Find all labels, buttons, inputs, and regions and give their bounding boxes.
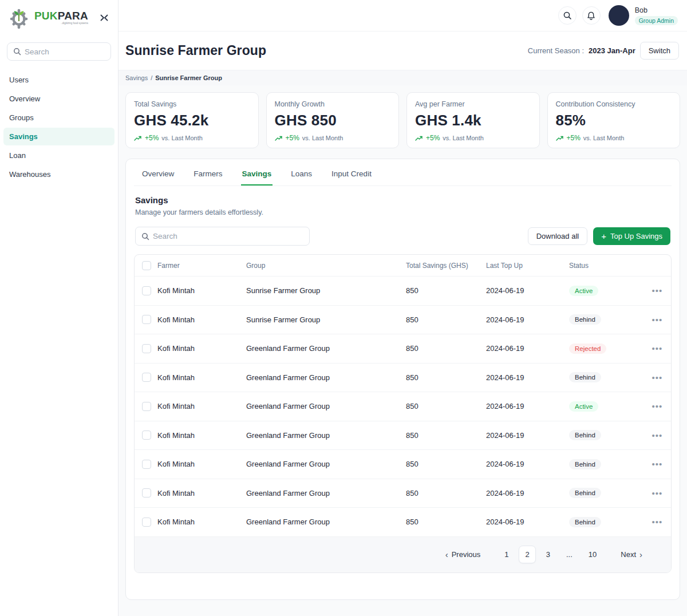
notifications-button[interactable]: [582, 6, 601, 25]
pagination-next-button[interactable]: Next ›: [616, 546, 647, 563]
table-row: Kofi Mintah Greenland Farmer Group 850 2…: [135, 421, 671, 450]
row-checkbox[interactable]: [142, 460, 151, 469]
table-toolbar: Download all + Top Up Savings: [135, 227, 670, 246]
row-checkbox[interactable]: [142, 315, 151, 324]
row-checkbox[interactable]: [142, 373, 151, 382]
status-badge: Behind: [569, 430, 601, 440]
row-checkbox[interactable]: [142, 431, 151, 440]
stat-delta: +5%: [286, 134, 299, 142]
tab[interactable]: Overview: [141, 161, 175, 185]
row-actions-button[interactable]: •••: [643, 315, 671, 325]
sidebar-nav-item[interactable]: Savings: [3, 128, 114, 145]
cell-total: 850: [406, 402, 486, 410]
pagination-page-button[interactable]: 2: [519, 546, 535, 563]
stat-label: Avg per Farmer: [415, 100, 531, 108]
row-actions-button[interactable]: •••: [643, 459, 671, 469]
cell-last-top-up: 2024-06-19: [486, 286, 569, 295]
chevron-right-icon: ›: [639, 550, 642, 559]
cell-total: 850: [406, 373, 486, 382]
bell-icon: [586, 11, 596, 21]
stat-value: GHS 1.4k: [415, 112, 531, 129]
trending-up-icon: [134, 135, 142, 141]
table-row: Kofi Mintah Sunrise Farmer Group 850 202…: [135, 305, 671, 334]
pagination-page-button[interactable]: 3: [540, 546, 556, 563]
page-header: Sunrise Farmer Group Current Season : 20…: [119, 31, 687, 70]
brand-tagline: ..digitizing food systems: [34, 22, 88, 25]
cell-group: Sunrise Farmer Group: [246, 286, 406, 295]
row-actions-button[interactable]: •••: [643, 488, 671, 498]
section-title: Savings: [135, 195, 670, 205]
sidebar-nav-item[interactable]: Overview: [3, 90, 114, 108]
cell-farmer: Kofi Mintah: [157, 373, 246, 382]
cell-last-top-up: 2024-06-19: [486, 315, 569, 324]
row-actions-button[interactable]: •••: [643, 431, 671, 440]
cell-farmer: Kofi Mintah: [157, 286, 246, 295]
stat-value: GHS 850: [275, 112, 391, 129]
row-actions-button[interactable]: •••: [643, 373, 671, 382]
row-checkbox[interactable]: [142, 488, 151, 497]
row-actions-button[interactable]: •••: [643, 343, 671, 353]
cell-total: 850: [406, 489, 486, 497]
row-checkbox[interactable]: [142, 286, 151, 295]
stat-delta-note: vs. Last Month: [161, 135, 203, 141]
table-search[interactable]: [135, 227, 310, 246]
breadcrumb-parent[interactable]: Savings: [125, 74, 148, 81]
tab[interactable]: Savings: [241, 161, 273, 185]
cell-total: 850: [406, 518, 486, 526]
row-checkbox[interactable]: [142, 344, 151, 353]
cell-group: Greenland Farmer Group: [246, 518, 406, 526]
user-role-badge: Group Admin: [635, 16, 678, 25]
cell-farmer: Kofi Mintah: [157, 518, 246, 526]
user-avatar[interactable]: [609, 5, 629, 26]
row-checkbox[interactable]: [142, 518, 151, 527]
status-badge: Behind: [569, 517, 601, 527]
status-badge: Behind: [569, 314, 601, 325]
row-actions-button[interactable]: •••: [643, 286, 671, 295]
search-icon: [141, 232, 149, 240]
search-button[interactable]: [558, 6, 577, 25]
cell-last-top-up: 2024-06-19: [486, 402, 569, 410]
top-up-savings-button[interactable]: + Top Up Savings: [593, 227, 670, 245]
tab[interactable]: Farmers: [192, 161, 223, 185]
tab[interactable]: Input Credit: [330, 161, 373, 185]
row-actions-button[interactable]: •••: [643, 401, 671, 411]
pagination-pages: 1 2 3 ... 10: [499, 546, 602, 563]
tab[interactable]: Loans: [290, 161, 313, 185]
status-badge: Rejected: [569, 343, 606, 354]
sidebar: PUKPARA ..digitizing food systems Users: [0, 0, 119, 616]
savings-table: Farmer Group Total Savings (GHS) Last To…: [134, 254, 672, 573]
cell-group: Greenland Farmer Group: [246, 402, 406, 410]
stat-card: Total Savings GHS 45.2k +5% vs. Last Mon…: [125, 92, 259, 148]
sidebar-nav-item[interactable]: Users: [3, 71, 114, 89]
user-meta: Bob Group Admin: [635, 6, 678, 25]
brand-logo-icon: [7, 6, 31, 30]
sidebar-nav-item[interactable]: Groups: [3, 109, 114, 127]
cell-last-top-up: 2024-06-19: [486, 344, 569, 353]
sidebar-search-input[interactable]: [25, 48, 105, 56]
sidebar-nav-item[interactable]: Loan: [3, 147, 114, 164]
pagination-page-button[interactable]: ...: [560, 546, 578, 563]
pagination-previous-button[interactable]: ‹ Previous: [441, 546, 485, 563]
sidebar-nav-item[interactable]: Warehouses: [3, 165, 114, 183]
main-area: Bob Group Admin Sunrise Farmer Group Cur…: [119, 0, 687, 616]
row-checkbox[interactable]: [142, 402, 151, 411]
table-search-input[interactable]: [153, 232, 303, 240]
season-selector: Current Season : 2023 Jan-Apr Switch: [528, 42, 679, 60]
select-all-checkbox[interactable]: [142, 261, 151, 270]
sidebar-collapse-icon[interactable]: [97, 11, 111, 25]
content: Total Savings GHS 45.2k +5% vs. Last Mon…: [119, 85, 687, 616]
stat-card: Avg per Farmer GHS 1.4k +5% vs. Last Mon…: [406, 92, 540, 148]
cell-total: 850: [406, 286, 486, 295]
stat-label: Contribution Consistency: [556, 100, 672, 108]
season-switch-button[interactable]: Switch: [640, 42, 679, 60]
pagination-page-button[interactable]: 1: [499, 546, 514, 563]
table-row: Kofi Mintah Greenland Farmer Group 850 2…: [135, 363, 671, 392]
download-all-button[interactable]: Download all: [528, 227, 587, 245]
table-row: Kofi Mintah Greenland Farmer Group 850 2…: [135, 392, 671, 421]
row-actions-button[interactable]: •••: [643, 517, 671, 527]
stat-delta: +5%: [567, 134, 581, 142]
sidebar-search[interactable]: [7, 42, 111, 61]
pagination-page-button[interactable]: 10: [583, 546, 602, 563]
col-total: Total Savings (GHS): [406, 262, 486, 270]
breadcrumb-separator: /: [151, 74, 152, 81]
